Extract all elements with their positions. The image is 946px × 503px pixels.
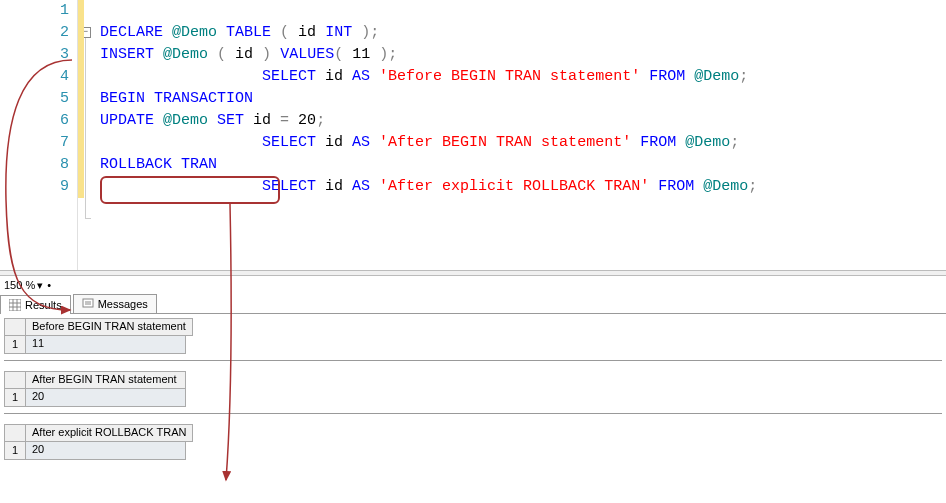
zoom-bullet-icon: •: [47, 279, 51, 291]
line-number: 7: [0, 132, 69, 154]
grid-corner[interactable]: [4, 371, 26, 389]
line-number: 6: [0, 110, 69, 132]
result-grid[interactable]: After BEGIN TRAN statement 1 20: [4, 371, 186, 407]
table-row[interactable]: 1 20: [4, 389, 186, 407]
code-line[interactable]: DECLARE @Demo TABLE ( id INT );: [100, 22, 946, 44]
code-line[interactable]: ROLLBACK TRAN: [100, 154, 946, 176]
code-line[interactable]: SELECT id AS 'After explicit ROLLBACK TR…: [100, 176, 946, 198]
line-number-gutter: 1 2 3 4 5 6 7 8 9: [0, 0, 78, 270]
svg-rect-5: [83, 299, 93, 307]
code-line[interactable]: UPDATE @Demo SET id = 20;: [100, 110, 946, 132]
modified-indicator: [78, 0, 84, 198]
svg-rect-0: [9, 299, 21, 311]
code-line[interactable]: INSERT @Demo ( id ) VALUES( 11 );: [100, 44, 946, 66]
code-line[interactable]: SELECT id AS 'Before BEGIN TRAN statemen…: [100, 66, 946, 88]
result-grid[interactable]: After explicit ROLLBACK TRAN 1 20: [4, 424, 193, 460]
code-line[interactable]: BEGIN TRANSACTION: [100, 88, 946, 110]
grid-icon: [9, 299, 21, 311]
line-number: 9: [0, 176, 69, 198]
grid-row-header[interactable]: 1: [4, 336, 26, 354]
tab-results[interactable]: Results: [0, 295, 71, 314]
code-line[interactable]: [100, 0, 946, 22]
grid-row-header[interactable]: 1: [4, 442, 26, 460]
code-editor[interactable]: 1 2 3 4 5 6 7 8 9 − DECLARE @Demo TABLE …: [0, 0, 946, 270]
tab-label: Results: [25, 299, 62, 311]
zoom-dropdown[interactable]: 150 % ▾: [4, 279, 43, 292]
grid-column-header[interactable]: Before BEGIN TRAN statement: [26, 318, 193, 336]
results-pane: Before BEGIN TRAN statement 1 11 After B…: [0, 314, 946, 480]
tab-label: Messages: [98, 298, 148, 310]
messages-icon: [82, 298, 94, 310]
table-row[interactable]: 1 11: [4, 336, 193, 354]
grid-cell[interactable]: 20: [26, 389, 186, 407]
line-number: 8: [0, 154, 69, 176]
table-row[interactable]: 1 20: [4, 442, 193, 460]
grid-row-header[interactable]: 1: [4, 389, 26, 407]
line-number: 4: [0, 66, 69, 88]
line-number: 5: [0, 88, 69, 110]
zoom-value: 150 %: [4, 279, 35, 291]
result-grid-block: Before BEGIN TRAN statement 1 11: [4, 318, 942, 361]
code-line[interactable]: SELECT id AS 'After BEGIN TRAN statement…: [100, 132, 946, 154]
grid-column-header[interactable]: After BEGIN TRAN statement: [26, 371, 186, 389]
line-number: 1: [0, 0, 69, 22]
tab-messages[interactable]: Messages: [73, 294, 157, 313]
result-grid[interactable]: Before BEGIN TRAN statement 1 11: [4, 318, 193, 354]
grid-corner[interactable]: [4, 318, 26, 336]
results-tab-strip: Results Messages: [0, 294, 946, 314]
grid-cell[interactable]: 20: [26, 442, 186, 460]
dropdown-icon: ▾: [37, 279, 43, 292]
outline-end: [85, 218, 91, 219]
outline-line: [85, 38, 86, 218]
line-number: 3: [0, 44, 69, 66]
grid-corner[interactable]: [4, 424, 26, 442]
grid-column-header[interactable]: After explicit ROLLBACK TRAN: [26, 424, 193, 442]
code-text-area[interactable]: DECLARE @Demo TABLE ( id INT ); INSERT @…: [96, 0, 946, 270]
result-grid-block: After explicit ROLLBACK TRAN 1 20: [4, 424, 942, 466]
zoom-bar: 150 % ▾ •: [0, 276, 946, 294]
line-number: 2: [0, 22, 69, 44]
grid-cell[interactable]: 11: [26, 336, 186, 354]
result-grid-block: After BEGIN TRAN statement 1 20: [4, 371, 942, 414]
